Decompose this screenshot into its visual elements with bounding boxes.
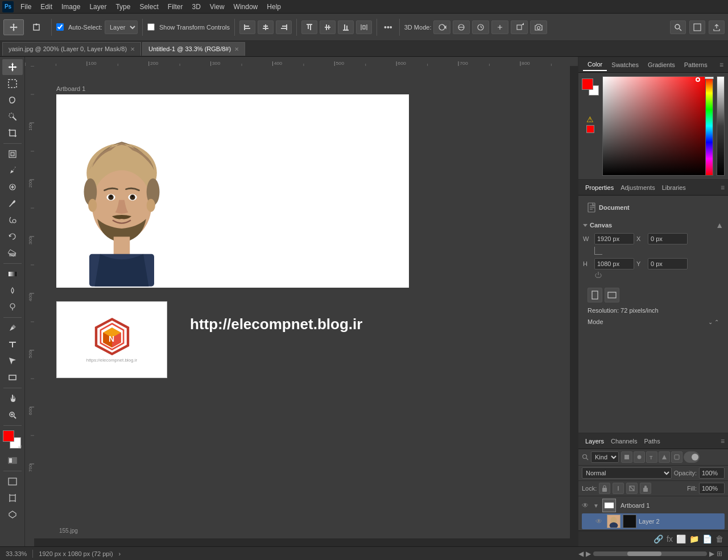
spot-heal-tool[interactable] <box>2 179 23 195</box>
fg-bg-swatches[interactable]: ↺ <box>3 430 22 450</box>
foreground-color-swatch[interactable] <box>3 430 14 442</box>
status-next-btn[interactable]: ▶ <box>709 547 714 561</box>
hand-tool[interactable] <box>2 391 23 406</box>
hue-strip[interactable] <box>705 76 713 176</box>
quick-selection-tool[interactable] <box>2 109 23 125</box>
tab-paths[interactable]: Paths <box>641 435 664 447</box>
align-top-btn[interactable] <box>301 20 317 34</box>
type-tool[interactable] <box>2 337 23 352</box>
fill-input[interactable] <box>699 483 725 494</box>
reset-colors-icon[interactable]: ↺ <box>18 445 22 450</box>
menu-window[interactable]: Window <box>229 2 263 12</box>
web-safe-warning[interactable] <box>586 125 594 133</box>
menu-filter[interactable]: Filter <box>163 2 188 12</box>
tab-layers[interactable]: Layers <box>582 435 607 447</box>
link-layers-btn[interactable]: 🔗 <box>653 534 663 544</box>
overflow-btn[interactable]: ••• <box>382 23 395 32</box>
dodge-tool[interactable] <box>2 299 23 315</box>
canvas-btn-landscape[interactable] <box>605 288 619 302</box>
share-btn[interactable] <box>709 20 725 34</box>
artboard-eye-icon[interactable]: 👁 <box>582 501 591 509</box>
view-mode-btn[interactable] <box>689 20 705 34</box>
menu-select[interactable]: Select <box>135 2 163 12</box>
3d-pan-btn[interactable] <box>453 20 470 34</box>
screen-mode-btn[interactable] <box>2 474 23 490</box>
menu-file[interactable]: File <box>16 2 36 12</box>
align-left-btn[interactable] <box>239 20 255 34</box>
scroll-right[interactable] <box>570 66 578 546</box>
3d-tool[interactable] <box>2 507 23 522</box>
create-group-btn[interactable]: 📁 <box>689 534 699 544</box>
prop-options-icon[interactable]: ≡ <box>721 184 725 192</box>
marquee-tool[interactable] <box>2 76 23 92</box>
move-tool-btn[interactable] <box>3 19 24 35</box>
tab-yasin[interactable]: yasin.jpg @ 200% (Layer 0, Layer Mask/8)… <box>2 42 141 56</box>
horizontal-scrollbar[interactable] <box>593 551 707 556</box>
align-middle-btn[interactable] <box>320 20 336 34</box>
crop-tool[interactable] <box>2 125 23 141</box>
status-arrow[interactable]: › <box>119 550 121 557</box>
tab-swatches[interactable]: Swatches <box>607 59 643 70</box>
opacity-strip[interactable] <box>717 76 725 176</box>
layers-options-icon[interactable]: ≡ <box>721 437 725 445</box>
color-gradient-field[interactable] <box>602 76 708 176</box>
show-transform-checkbox[interactable] <box>147 23 155 31</box>
distribute-btn[interactable] <box>356 20 372 34</box>
canvas-collapse-btn[interactable]: ▲ <box>715 221 723 230</box>
timeline-btn[interactable]: ⊞ <box>717 547 722 561</box>
menu-view[interactable]: View <box>205 2 229 12</box>
eyedropper-tool[interactable] <box>2 163 23 179</box>
blend-mode-select[interactable]: Normal <box>582 467 672 479</box>
filter-pixel-btn[interactable] <box>621 451 632 463</box>
menu-help[interactable]: Help <box>262 2 286 12</box>
gradient-tool[interactable] <box>2 266 23 282</box>
filter-toggle-btn[interactable] <box>684 451 700 463</box>
gamut-warning-icon[interactable]: ⚠ <box>586 115 594 124</box>
status-scroll-btn[interactable]: ▶ <box>586 547 591 561</box>
filter-smart-btn[interactable] <box>671 451 682 463</box>
tab-close-yasin[interactable]: ✕ <box>130 46 135 52</box>
artboard-1-header[interactable]: 👁 ▼ Artboard 1 <box>582 497 725 513</box>
blur-tool[interactable] <box>2 283 23 298</box>
menu-type[interactable]: Type <box>111 2 135 12</box>
filter-adjustment-btn[interactable] <box>634 451 645 463</box>
create-layer-btn[interactable]: 📄 <box>702 534 712 544</box>
fx-btn[interactable]: fx <box>667 534 673 544</box>
add-mask-btn[interactable]: ⬜ <box>676 534 686 544</box>
layer-2-eye[interactable]: 👁 <box>595 517 605 525</box>
lock-pixels-btn[interactable] <box>599 483 610 494</box>
3d-camera-btn[interactable] <box>530 20 547 34</box>
eraser-tool[interactable] <box>2 245 23 261</box>
tab-libraries[interactable]: Libraries <box>659 182 689 193</box>
lock-pos-btn[interactable] <box>613 483 624 494</box>
search-btn[interactable] <box>670 20 686 34</box>
3d-roll-btn[interactable] <box>472 20 489 34</box>
3d-scale-btn[interactable] <box>511 20 528 34</box>
brush-tool[interactable] <box>2 196 23 211</box>
canvas-width-input[interactable] <box>594 233 634 244</box>
3d-rotate-btn[interactable] <box>433 20 450 34</box>
canvas-btn-portrait[interactable] <box>588 288 602 302</box>
scroll-bottom[interactable] <box>34 538 570 546</box>
tab-adjustments[interactable]: Adjustments <box>617 182 659 193</box>
tab-patterns[interactable]: Patterns <box>680 59 712 70</box>
mode-value-arrows[interactable]: ⌄ ⌃ <box>708 319 719 325</box>
align-bottom-btn[interactable] <box>338 20 354 34</box>
tab-gradients[interactable]: Gradients <box>643 59 680 70</box>
layer-dropdown[interactable]: Layer <box>105 20 138 34</box>
shape-tool[interactable] <box>2 370 23 385</box>
menu-image[interactable]: Image <box>57 2 85 12</box>
layers-kind-select[interactable]: Kind <box>591 451 619 463</box>
move-tool[interactable] <box>2 59 23 75</box>
auto-select-checkbox[interactable] <box>56 23 64 31</box>
clone-stamp-tool[interactable] <box>2 212 23 228</box>
history-brush-tool[interactable] <box>2 229 23 244</box>
align-center-btn[interactable] <box>258 20 274 34</box>
transform-tool-btn[interactable] <box>26 19 47 35</box>
tab-untitled[interactable]: Untitled-1 @ 33.3% (RGB/8#) ✕ <box>142 42 245 56</box>
hue-slider[interactable] <box>705 77 714 79</box>
lasso-tool[interactable] <box>2 92 23 108</box>
artboard-expand-icon[interactable]: ▼ <box>593 503 600 509</box>
artboard-tool[interactable] <box>2 490 23 506</box>
canvas-height-input[interactable] <box>594 258 634 269</box>
